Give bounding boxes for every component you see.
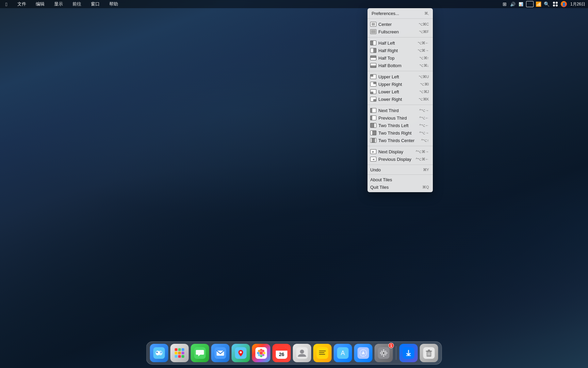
dock-maps[interactable] xyxy=(232,344,250,362)
dock-trash[interactable] xyxy=(420,344,438,362)
menubar-window[interactable]: 窗口 xyxy=(89,0,102,8)
half-right-item[interactable]: Half Right ⌥⌘→ xyxy=(368,47,433,54)
divider-6 xyxy=(368,165,433,165)
volume-icon[interactable]: 🔊 xyxy=(510,1,516,7)
control-center-icon[interactable] xyxy=(552,1,559,7)
center-icon xyxy=(370,22,376,27)
half-bottom-icon xyxy=(370,63,376,68)
dock-notes[interactable] xyxy=(313,344,332,362)
svg-rect-55 xyxy=(429,352,429,355)
two-thirds-right-item[interactable]: Two Thirds Right ^⌥→ xyxy=(368,129,433,137)
dock-transloader[interactable] xyxy=(399,344,418,362)
half-top-label: Half Top xyxy=(378,56,417,61)
activity-icon[interactable]: 📊 xyxy=(518,1,524,7)
tiles-dropdown-menu: Preferences... ⌘, Center ⌥⌘C Fullscreen … xyxy=(368,8,433,192)
dock-mail[interactable] xyxy=(211,344,230,362)
lower-left-item[interactable]: Lower Left ⌥⌘J xyxy=(368,88,433,95)
next-display-icon: ▶ xyxy=(370,149,376,154)
fullscreen-icon xyxy=(370,29,376,34)
battery-icon[interactable] xyxy=(526,1,534,7)
menubar-datetime: 1月26日 xyxy=(570,1,585,7)
svg-rect-49 xyxy=(406,355,411,356)
dock-photos[interactable] xyxy=(252,344,271,362)
lower-right-shortcut: ⌥⌘K xyxy=(419,97,429,102)
next-third-icon xyxy=(370,108,376,113)
lower-right-item[interactable]: Lower Right ⌥⌘K xyxy=(368,95,433,103)
lower-left-shortcut: ⌥⌘J xyxy=(419,90,429,94)
fullscreen-item[interactable]: Fullscreen ⌥⌘F xyxy=(368,28,433,35)
two-thirds-right-label: Two Thirds Right xyxy=(378,131,417,136)
prev-third-item[interactable]: Previous Third ^⌥← xyxy=(368,114,433,122)
svg-rect-29 xyxy=(319,354,325,355)
next-third-item[interactable]: Next Third ^⌥→ xyxy=(368,107,433,114)
upper-left-item[interactable]: Upper Left ⌥⌘U xyxy=(368,73,433,80)
prev-display-item[interactable]: ◀ Previous Display ^⌥⌘← xyxy=(368,155,433,163)
menubar-file[interactable]: 文件 xyxy=(15,0,28,8)
window-manager-icon[interactable]: ⊞ xyxy=(502,1,508,7)
undo-shortcut: ⌘Y xyxy=(423,168,429,172)
lower-left-icon xyxy=(370,89,376,94)
dock-appstore[interactable]: A xyxy=(334,344,352,362)
center-shortcut: ⌥⌘C xyxy=(419,22,429,27)
half-top-item[interactable]: Half Top ⌥⌘↑ xyxy=(368,54,433,62)
half-bottom-label: Half Bottom xyxy=(378,63,417,68)
upper-right-shortcut: ⌥⌘I xyxy=(420,82,429,87)
dock-separator xyxy=(396,346,396,360)
menubar-help[interactable]: 帮助 xyxy=(107,0,120,8)
menubar-edit[interactable]: 编辑 xyxy=(34,0,47,8)
dock-messages[interactable] xyxy=(191,344,209,362)
svg-point-16 xyxy=(258,350,260,352)
next-display-item[interactable]: ▶ Next Display ^⌥⌘→ xyxy=(368,148,433,155)
half-bottom-item[interactable]: Half Bottom ⌥⌘↓ xyxy=(368,62,433,69)
lower-right-icon xyxy=(370,97,376,102)
dock-launchpad[interactable] xyxy=(170,344,189,362)
two-thirds-center-item[interactable]: Two Thirds Center ^⌥↑ xyxy=(368,137,433,144)
quit-shortcut: ⌘Q xyxy=(422,185,429,189)
svg-text:A: A xyxy=(341,350,345,356)
svg-rect-27 xyxy=(319,351,326,351)
next-display-label: Next Display xyxy=(378,149,414,154)
user-avatar[interactable]: 👤 xyxy=(561,1,567,7)
divider-4 xyxy=(368,105,433,105)
prev-display-shortcut: ^⌥⌘← xyxy=(416,157,429,162)
svg-text:26: 26 xyxy=(279,352,284,357)
dock-finder[interactable] xyxy=(150,344,168,362)
half-bottom-shortcut: ⌥⌘↓ xyxy=(419,63,429,68)
preferences-item[interactable]: Preferences... ⌘, xyxy=(368,10,433,17)
wifi-icon[interactable]: 📶 xyxy=(536,1,542,7)
svg-point-18 xyxy=(258,354,260,356)
upper-left-shortcut: ⌥⌘U xyxy=(419,75,429,79)
svg-rect-41 xyxy=(383,355,384,357)
about-tiles-item[interactable]: About Tiles xyxy=(368,176,433,183)
svg-rect-40 xyxy=(383,349,384,351)
two-thirds-left-shortcut: ^⌥← xyxy=(419,123,429,128)
upper-right-icon xyxy=(370,82,376,87)
dock-system-preferences[interactable]: 1 xyxy=(375,344,393,362)
divider-7 xyxy=(368,174,433,175)
quit-tiles-item[interactable]: Quit Tiles ⌘Q xyxy=(368,183,433,191)
prev-display-label: Previous Display xyxy=(378,157,414,162)
center-item[interactable]: Center ⌥⌘C xyxy=(368,20,433,28)
two-thirds-right-shortcut: ^⌥→ xyxy=(419,131,429,135)
section-thirds: Next Third ^⌥→ Previous Third ^⌥← Two Th… xyxy=(368,106,433,145)
preferences-label: Preferences... xyxy=(372,11,399,16)
svg-point-14 xyxy=(257,352,259,354)
menubar-view[interactable]: 显示 xyxy=(52,0,65,8)
two-thirds-left-item[interactable]: Two Thirds Left ^⌥← xyxy=(368,122,433,129)
desktop-background xyxy=(0,0,588,368)
tiles-menubar-icon[interactable] xyxy=(494,1,500,7)
system-prefs-badge: 1 xyxy=(389,343,394,348)
two-thirds-right-icon xyxy=(370,131,376,135)
search-icon[interactable]: 🔍 xyxy=(544,1,550,7)
menubar-go[interactable]: 前往 xyxy=(70,0,83,8)
upper-right-item[interactable]: Upper Right ⌥⌘I xyxy=(368,80,433,88)
dock-safari[interactable] xyxy=(354,344,373,362)
divider-2 xyxy=(368,37,433,37)
half-left-item[interactable]: Half Left ⌥⌘← xyxy=(368,39,433,47)
undo-item[interactable]: Undo ⌘Y xyxy=(368,166,433,173)
apple-menu[interactable]:  xyxy=(3,1,10,7)
dock-calendar[interactable]: 26 xyxy=(273,344,291,362)
svg-point-13 xyxy=(260,355,262,357)
prev-display-icon: ◀ xyxy=(370,157,376,162)
dock-contacts[interactable] xyxy=(293,344,311,362)
